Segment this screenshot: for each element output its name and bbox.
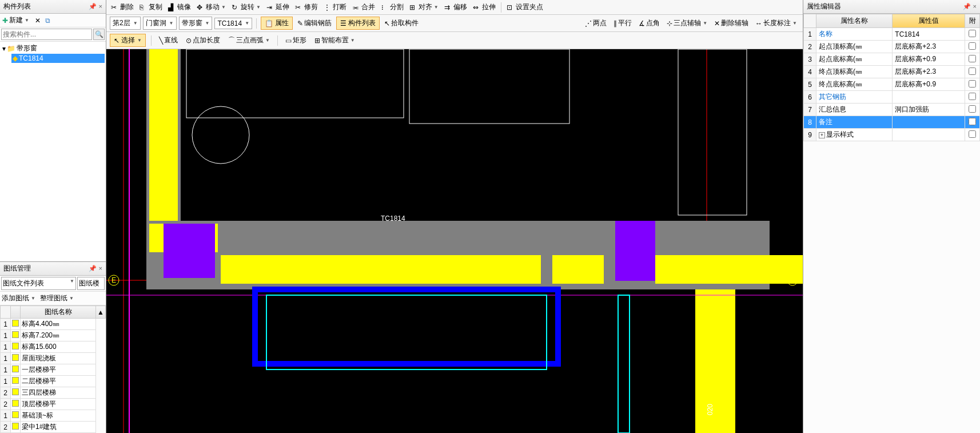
second-toolbar: 第2层▼ 门窗洞▼ 带形窗▼ TC1814▼ 📋属性 ✎编辑钢筋 ☰构件列表 ↖… [106, 15, 803, 32]
new-row: ✚ 新建 ▼ ✕ ⧉ [0, 14, 106, 27]
mirror-icon: ▟ [168, 3, 176, 11]
merge-button[interactable]: ⫘合并 [350, 1, 377, 13]
trim-button[interactable]: ✂修剪 [293, 1, 320, 13]
align-button[interactable]: ⊞对齐▼ [407, 1, 441, 13]
twopoint-button[interactable]: ⋰两点 [583, 17, 609, 29]
att-checkbox[interactable] [969, 67, 976, 75]
dimension-button[interactable]: ↔长度标注▼ [753, 17, 799, 29]
att-checkbox[interactable] [969, 55, 976, 62]
close-icon[interactable]: × [973, 3, 977, 10]
point-length-button[interactable]: ⊙点加长度 [184, 34, 222, 46]
merge-icon: ⫘ [352, 3, 360, 11]
three-aux-button[interactable]: ⊹三点辅轴▼ [664, 17, 710, 29]
pick-component-button[interactable]: ↖拾取构件 [382, 17, 421, 29]
rotate-button[interactable]: ↻旋转▼ [229, 1, 263, 13]
setgrip-button[interactable]: ⊡设置夹点 [504, 1, 545, 13]
break-button[interactable]: ⋮打断 [321, 1, 349, 13]
prop-name-header[interactable]: 属性名称 [816, 14, 893, 28]
tree-item-tc1814[interactable]: ◆ TC1814 [11, 54, 105, 63]
property-panel: 属性编辑器 📌 × 属性名称 属性值 附 1名称TC18142起点顶标高(㎜层底… [803, 0, 980, 433]
component-combo[interactable]: TC1814▼ [214, 18, 252, 29]
arc3-button[interactable]: ⌒三点画弧▼ [226, 34, 272, 46]
close-icon[interactable]: × [99, 3, 102, 10]
drawing-row[interactable]: 1标高15.600 [1, 341, 106, 353]
drawing-row[interactable]: 2三四层楼梯 [1, 387, 106, 399]
select-button[interactable]: ↖选择▼ [110, 34, 146, 47]
split-button[interactable]: ⫶分割 [379, 1, 406, 13]
property-title: 属性编辑器 📌 × [803, 0, 980, 14]
property-row[interactable]: 6其它钢筋 [804, 91, 980, 104]
prop-value-header[interactable]: 属性值 [893, 14, 965, 28]
property-row[interactable]: 8备注 [804, 116, 980, 129]
add-drawing-button[interactable]: 添加图纸▼ [2, 293, 35, 303]
property-row[interactable]: 2起点顶标高(㎜层底标高+2.3 [804, 41, 980, 53]
copy-button[interactable]: ⎘复制 [137, 1, 165, 13]
search-button[interactable]: 🔍 [93, 29, 105, 40]
property-row[interactable]: 9+显示样式 [804, 129, 980, 141]
pin-icon[interactable]: 📌 [89, 265, 97, 272]
svg-point-20 [192, 106, 249, 164]
line-icon: ╲ [159, 37, 163, 45]
att-checkbox[interactable] [969, 42, 976, 50]
aux-icon: ⊹ [667, 19, 672, 27]
layer-combo[interactable]: 第2层▼ [110, 17, 141, 30]
att-checkbox[interactable] [969, 93, 976, 100]
property-row[interactable]: 5终点底标高(㎜层底标高+0.9 [804, 78, 980, 91]
prop-att-header[interactable]: 附 [965, 14, 980, 28]
new-button[interactable]: ✚ 新建 ▼ [2, 15, 29, 25]
offset-button[interactable]: ⇉偏移 [442, 1, 469, 13]
line-button[interactable]: ╲直线 [157, 34, 180, 46]
rect-button[interactable]: ▭矩形 [283, 34, 309, 46]
drawing-row[interactable]: 1基础顶~标 [1, 410, 106, 422]
drawing-row[interactable]: 1二层楼梯平 [1, 376, 106, 387]
pin-icon[interactable]: 📌 [963, 3, 971, 10]
smart-layout-button[interactable]: ⊞智能布置▼ [312, 34, 357, 46]
drawing-row[interactable]: 1标高4.400㎜ [1, 319, 106, 330]
tree-root[interactable]: ▾ 📁 带形窗 [1, 43, 105, 54]
drawing-row[interactable]: 2顶层楼梯平 [1, 399, 106, 410]
drawing-row[interactable]: 1屋面现浇板 [1, 353, 106, 364]
att-checkbox[interactable] [969, 130, 976, 138]
att-checkbox[interactable] [969, 80, 976, 88]
property-row[interactable]: 4终点顶标高(㎜层底标高+2.3 [804, 66, 980, 78]
del-aux-button[interactable]: ✕删除辅轴 [712, 17, 751, 29]
att-checkbox[interactable] [969, 118, 976, 125]
drawing-row[interactable]: 2梁中1#建筑 [1, 422, 106, 433]
type-combo[interactable]: 带形窗▼ [179, 17, 213, 30]
delete-button[interactable]: ✂删除 [109, 1, 136, 13]
att-checkbox[interactable] [969, 105, 976, 113]
drawing-name-header[interactable]: 图纸名称 [21, 306, 96, 319]
parallel-button[interactable]: ∥平行 [611, 17, 634, 29]
category-combo[interactable]: 门窗洞▼ [143, 17, 177, 30]
extend-button[interactable]: ⇥延伸 [264, 1, 292, 13]
component-list-button[interactable]: ☰构件列表 [336, 17, 380, 30]
list-icon: ☰ [340, 19, 346, 27]
svg-rect-12 [164, 224, 215, 278]
file-list-combo[interactable]: 图纸文件列表▼ [1, 277, 76, 290]
svg-rect-21 [409, 49, 569, 124]
property-row[interactable]: 7汇总信息洞口加强筋 [804, 104, 980, 116]
component-list-title: 构件列表 📌 × [0, 0, 106, 14]
property-row[interactable]: 1名称TC1814 [804, 28, 980, 41]
drawing-row[interactable]: 1一层楼梯平 [1, 364, 106, 376]
move-button[interactable]: ✥移动▼ [194, 1, 228, 13]
mirror-button[interactable]: ▟镜像 [166, 1, 193, 13]
copy-icon[interactable]: ⧉ [45, 17, 50, 25]
component-tree[interactable]: ▾ 📁 带形窗 ◆ TC1814 [0, 42, 106, 261]
edit-rebar-button[interactable]: ✎编辑钢筋 [295, 17, 334, 29]
drawing-row[interactable]: 1标高7.200㎜ [1, 330, 106, 341]
svg-rect-7 [221, 255, 541, 284]
collapse-icon[interactable]: ▾ [2, 45, 6, 53]
angle-button[interactable]: ∡点角 [636, 17, 662, 29]
att-checkbox[interactable] [969, 30, 976, 37]
drawing-canvas[interactable]: TC1814 020 E B [106, 49, 803, 433]
close-icon[interactable]: × [99, 265, 102, 272]
delete-icon[interactable]: ✕ [35, 17, 41, 25]
arrange-drawing-button[interactable]: 整理图纸▼ [40, 293, 74, 303]
property-row[interactable]: 3起点底标高(㎜层底标高+0.9 [804, 53, 980, 66]
file-sel-combo[interactable]: 图纸楼 [77, 277, 105, 290]
property-button[interactable]: 📋属性 [261, 17, 293, 30]
search-input[interactable] [1, 29, 92, 40]
pin-icon[interactable]: 📌 [89, 3, 97, 10]
stretch-button[interactable]: ⇔拉伸 [471, 1, 498, 13]
